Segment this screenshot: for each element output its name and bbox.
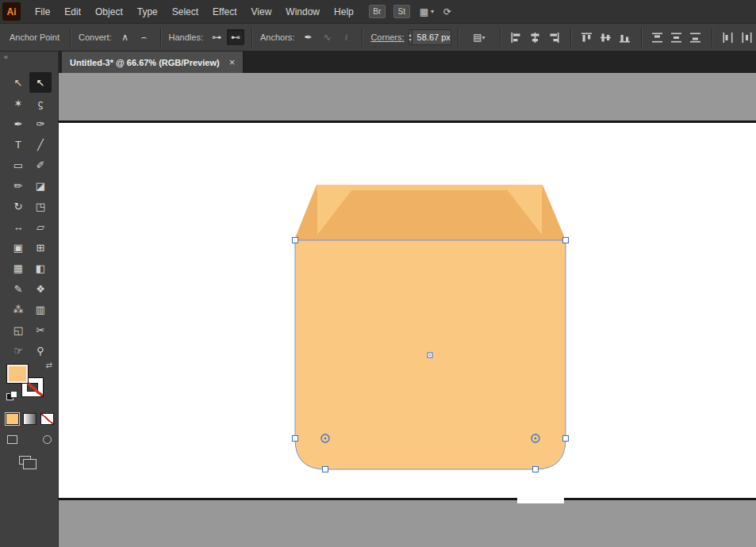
type-tool[interactable]: T <box>7 134 29 155</box>
hand-tool[interactable]: ☞ <box>7 340 29 361</box>
gradient-tool[interactable]: ◧ <box>29 258 52 278</box>
stepper-down-icon[interactable]: ▾ <box>409 37 412 42</box>
convert-to-smooth-button[interactable]: ⌢ <box>136 29 153 45</box>
distribute-h-center-button[interactable] <box>739 29 756 45</box>
workspace-switcher[interactable]: ▦ ▾ <box>420 6 434 17</box>
distribute-v-center-icon <box>671 33 681 43</box>
convert-to-corner-button[interactable]: ∧ <box>117 29 134 45</box>
mesh-tool[interactable]: ▦ <box>7 258 29 278</box>
selection-tool[interactable]: ↖ <box>7 72 29 93</box>
column-graph-tool[interactable]: ▥ <box>29 299 52 319</box>
slice-tool[interactable]: ✂ <box>29 319 52 340</box>
line-segment-tool[interactable]: ╱ <box>29 134 52 155</box>
draw-normal-icon[interactable] <box>7 435 17 444</box>
shape-builder-tool[interactable]: ▣ <box>7 237 29 258</box>
draw-inside-icon[interactable] <box>43 435 52 444</box>
pencil-tool[interactable]: ✏ <box>7 175 29 196</box>
rotate-tool[interactable]: ↻ <box>7 196 29 216</box>
connect-anchors-button[interactable]: ∿ <box>318 29 336 45</box>
menu-file[interactable]: File <box>28 0 57 23</box>
bridge-button[interactable]: Br <box>369 5 386 18</box>
menu-bar: Ai File Edit Object Type Select Effect V… <box>0 0 756 23</box>
eyedropper-tool[interactable]: ✎ <box>7 278 29 299</box>
distribute-bottom-button[interactable] <box>687 29 704 45</box>
scale-tool[interactable]: ◳ <box>29 196 52 216</box>
menu-select[interactable]: Select <box>165 0 205 23</box>
align-right-button[interactable] <box>546 29 563 45</box>
app-logo-icon: Ai <box>2 2 21 21</box>
artwork-layer <box>59 73 756 547</box>
document-canvas[interactable] <box>59 73 756 547</box>
handle-left[interactable] <box>293 436 298 442</box>
separator <box>70 28 71 47</box>
lasso-tool[interactable]: ϛ <box>29 93 52 113</box>
anchors-label: Anchors: <box>260 33 294 42</box>
pen-tool[interactable]: ✒ <box>7 113 29 134</box>
tool-grid: ↖ ↖ ✶ ϛ ✒ ✑ T ╱ ▭ ✐ ✏ ◪ ↻ ◳ ↔ ▱ ▣ ⊞ ▦ ◧ … <box>7 72 52 361</box>
align-h-center-icon <box>530 33 540 43</box>
chevron-down-icon: ▾ <box>482 34 485 41</box>
distribute-v-center-button[interactable] <box>668 29 685 45</box>
collapse-panel-button[interactable]: « <box>4 53 8 61</box>
direct-selection-tool[interactable]: ↖ <box>29 72 52 93</box>
align-h-center-button[interactable] <box>527 29 544 45</box>
corners-label[interactable]: Corners: <box>370 33 404 42</box>
screen-mode-icon[interactable] <box>19 456 31 465</box>
perspective-grid-tool[interactable]: ⊞ <box>29 237 52 258</box>
illustrator-window: Ai File Edit Object Type Select Effect V… <box>0 0 756 547</box>
color-button[interactable] <box>6 413 19 425</box>
handle-right[interactable] <box>563 436 569 442</box>
distribute-left-button[interactable] <box>720 29 737 45</box>
width-tool[interactable]: ↔ <box>7 216 29 237</box>
handle-bottom-left[interactable] <box>323 467 328 472</box>
corner-widget-right-dot <box>535 438 537 440</box>
hide-handles-button[interactable]: ⊷ <box>227 29 244 45</box>
paintbrush-tool[interactable]: ✐ <box>29 155 52 175</box>
separator <box>251 28 252 47</box>
handle-bottom-right[interactable] <box>533 467 539 472</box>
distribute-top-button[interactable] <box>649 29 666 45</box>
menu-object[interactable]: Object <box>88 0 130 23</box>
align-left-button[interactable] <box>508 29 525 45</box>
gradient-button[interactable] <box>23 413 36 425</box>
show-handles-button[interactable]: ⊶ <box>208 29 225 45</box>
sync-status-icon[interactable]: ⟳ <box>443 6 451 17</box>
artboard-tool[interactable]: ◱ <box>7 319 29 340</box>
rectangle-tool[interactable]: ▭ <box>7 155 29 175</box>
remove-anchor-button[interactable]: ✒ <box>299 29 317 45</box>
curvature-tool[interactable]: ✑ <box>29 113 52 134</box>
swap-fill-stroke-icon[interactable]: ⇄ <box>46 361 52 369</box>
align-top-button[interactable] <box>578 29 596 45</box>
separator <box>362 28 363 47</box>
corners-value-field[interactable]: 58.67 px <box>413 29 451 45</box>
corner-widget-left-dot <box>324 438 327 440</box>
magic-wand-tool[interactable]: ✶ <box>7 93 29 113</box>
handle-top-left[interactable] <box>293 238 298 243</box>
none-button[interactable] <box>40 413 54 425</box>
default-fill-stroke-button[interactable] <box>6 391 17 401</box>
cut-path-button[interactable]: ≀ <box>337 29 355 45</box>
cut-path-icon: ≀ <box>344 32 348 43</box>
shape-preset-dropdown[interactable]: ▤ ▾ <box>466 29 493 45</box>
symbol-sprayer-tool[interactable]: ⁂ <box>7 299 29 319</box>
align-bottom-button[interactable] <box>616 29 634 45</box>
blend-tool[interactable]: ❖ <box>29 278 52 299</box>
eraser-tool[interactable]: ◪ <box>29 175 52 196</box>
menu-edit[interactable]: Edit <box>57 0 88 23</box>
menu-type[interactable]: Type <box>130 0 165 23</box>
menu-view[interactable]: View <box>244 0 279 23</box>
align-v-center-button[interactable] <box>597 29 615 45</box>
menu-effect[interactable]: Effect <box>205 0 244 23</box>
close-icon[interactable]: × <box>229 56 236 68</box>
fill-swatch[interactable] <box>6 364 29 384</box>
stock-button[interactable]: St <box>393 5 410 18</box>
menu-window[interactable]: Window <box>278 0 327 23</box>
menu-help[interactable]: Help <box>327 0 361 23</box>
handle-top-right[interactable] <box>563 238 569 243</box>
paint-style-buttons <box>6 413 54 425</box>
separator <box>570 28 571 47</box>
document-tab[interactable]: Untitled-3* @ 66.67% (RGB/Preview) × <box>62 52 244 73</box>
free-transform-tool[interactable]: ▱ <box>29 216 52 237</box>
zoom-tool[interactable]: ⚲ <box>29 340 52 361</box>
corners-stepper[interactable]: ▴ ▾ <box>409 29 413 45</box>
